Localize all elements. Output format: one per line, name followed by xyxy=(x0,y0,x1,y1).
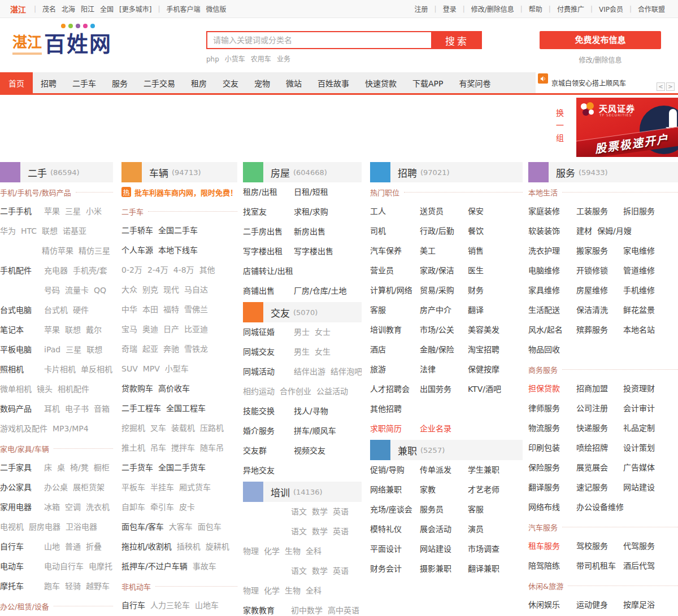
nav-item-服务[interactable]: 服务 xyxy=(104,72,136,93)
category-link[interactable]: 轻骑 xyxy=(65,582,81,591)
category-link[interactable]: 餐饮 xyxy=(468,226,484,235)
category-link[interactable]: 奥迪 xyxy=(142,325,158,334)
category-link[interactable]: 工人 xyxy=(370,207,386,216)
hot-notice[interactable]: 热批车利器车商内网，限时免费！ xyxy=(121,182,237,202)
category-link[interactable]: 厨房电器 xyxy=(29,522,60,531)
category-link[interactable]: 演员 xyxy=(468,525,484,534)
category-link[interactable]: 雪佛兰 xyxy=(184,305,208,314)
nav-item-快速贷款[interactable]: 快速贷款 xyxy=(357,72,405,93)
post-info-button[interactable]: 免费发布信息 xyxy=(540,31,661,49)
category-title[interactable]: 培训 xyxy=(271,485,290,499)
change-group-button[interactable]: 换一组 xyxy=(554,109,565,146)
category-link[interactable]: 陪驾陪练 xyxy=(528,561,560,570)
category-link[interactable]: 促销/导购 xyxy=(370,465,405,474)
category-link[interactable]: 三星 xyxy=(65,207,81,216)
category-link[interactable]: 展览展会 xyxy=(576,463,608,472)
category-link[interactable]: 自卸车 xyxy=(121,503,145,512)
category-link[interactable]: 速记服务 xyxy=(576,483,608,492)
securities-ad-banner[interactable]: 天风证券 TF SECURITIES 股票极速开户 xyxy=(576,98,678,157)
nav-item-招聘[interactable]: 招聘 xyxy=(33,72,64,93)
category-link[interactable]: 充电器 xyxy=(44,266,68,275)
category-link[interactable]: 房屋维修 xyxy=(576,286,608,295)
category-link[interactable]: 别克 xyxy=(142,285,158,294)
category-link[interactable]: 家用电器 xyxy=(0,503,32,512)
section-label[interactable]: 非机动车 xyxy=(121,581,151,592)
category-link[interactable]: 律师服务 xyxy=(528,404,560,413)
category-link[interactable]: 语文 xyxy=(291,566,307,575)
nav-item-下载APP[interactable]: 下载APP xyxy=(405,72,451,93)
category-link[interactable]: 小型车 xyxy=(165,364,189,373)
category-link[interactable]: 0-2万 xyxy=(121,265,142,274)
category-link[interactable]: 医生 xyxy=(468,266,484,275)
category-link[interactable]: 化学 xyxy=(264,547,280,556)
category-title[interactable]: 二手 xyxy=(28,165,47,180)
category-link[interactable]: 家教教育 xyxy=(243,606,275,615)
category-link[interactable]: 笔记本 xyxy=(0,325,24,334)
category-link[interactable]: 财务 xyxy=(468,286,484,295)
category-link[interactable]: 投资理财 xyxy=(623,384,655,393)
category-link[interactable]: 其他 xyxy=(199,265,215,274)
category-link[interactable]: 插秧机 xyxy=(177,542,201,551)
ticker-next-button[interactable]: > xyxy=(666,82,675,91)
category-link[interactable]: 数学 xyxy=(312,527,328,536)
category-link[interactable]: 生物 xyxy=(285,547,301,556)
category-link[interactable]: 合作创业 xyxy=(280,387,311,396)
category-link[interactable]: 驾校服务 xyxy=(576,541,608,551)
category-link[interactable]: 女士 xyxy=(315,327,331,337)
category-link[interactable]: 越野车 xyxy=(86,582,110,591)
category-link[interactable]: 保险服务 xyxy=(528,463,560,472)
category-link[interactable]: 租车服务 xyxy=(528,541,560,551)
nav-item-宠物[interactable]: 宠物 xyxy=(246,72,278,93)
category-link[interactable]: 卫浴电器 xyxy=(66,522,97,531)
category-title[interactable]: 车辆 xyxy=(149,165,168,180)
category-link[interactable]: 英语 xyxy=(333,566,349,575)
category-link[interactable]: 硬件 xyxy=(73,305,89,314)
category-link[interactable]: 床 xyxy=(44,463,52,472)
category-link[interactable]: 人才招聘会 xyxy=(370,385,410,394)
category-link[interactable]: 牵引车 xyxy=(150,503,174,512)
category-link[interactable]: 数学 xyxy=(312,566,328,575)
category-link[interactable]: 翻译 xyxy=(468,305,484,314)
category-link[interactable]: 开锁修锁 xyxy=(576,266,608,275)
category-link[interactable]: 男生 xyxy=(294,347,310,356)
category-link[interactable]: 平板电脑 xyxy=(0,345,32,354)
category-link[interactable]: 联想 xyxy=(65,325,81,334)
category-link[interactable]: 市场调查 xyxy=(468,544,499,553)
category-link[interactable]: 保洁清洗 xyxy=(576,305,608,314)
category-link[interactable]: 求租/求购 xyxy=(294,207,328,216)
category-link[interactable]: 美工 xyxy=(420,246,436,255)
category-link[interactable]: 学生兼职 xyxy=(468,465,499,474)
nav-item-交友[interactable]: 交友 xyxy=(215,72,246,93)
category-link[interactable]: 搅拌车 xyxy=(171,443,195,452)
category-link[interactable]: 大众 xyxy=(121,285,137,294)
category-link[interactable]: 广告媒体 xyxy=(623,463,655,472)
category-link[interactable]: 耳机 xyxy=(44,404,60,413)
category-link[interactable]: 福特 xyxy=(163,305,179,314)
category-link[interactable]: 工装服务 xyxy=(576,207,608,216)
section-label[interactable]: 汽车服务 xyxy=(528,522,558,532)
category-link[interactable]: 洗衣护理 xyxy=(528,246,560,255)
category-link[interactable]: 装载机 xyxy=(171,423,195,432)
account-link[interactable]: 修改/删除信息 xyxy=(471,4,514,14)
nav-item-租房[interactable]: 租房 xyxy=(183,72,215,93)
category-link[interactable]: 折叠 xyxy=(86,542,102,551)
category-title[interactable]: 招聘 xyxy=(398,165,417,180)
category-link[interactable]: 男士 xyxy=(294,327,310,337)
category-link[interactable]: 游戏机及配件 xyxy=(0,424,47,433)
section-label[interactable]: 家电/家具/车辆 xyxy=(0,443,49,454)
category-link[interactable]: 鲜花盆景 xyxy=(623,305,655,314)
mobile-link[interactable]: 手机客户端 xyxy=(167,4,201,14)
category-link[interactable]: 二手工程车 xyxy=(121,404,161,413)
category-link[interactable]: 客服 xyxy=(370,305,386,314)
category-link[interactable]: 大客车 xyxy=(169,522,193,531)
category-link[interactable]: 租房/出租 xyxy=(243,187,277,196)
category-link[interactable]: 办公设备维修 xyxy=(576,503,624,512)
site-logo[interactable]: 湛江 百姓网 xyxy=(12,30,112,55)
category-link[interactable]: 搬家服务 xyxy=(576,246,608,255)
category-link[interactable]: 语文 xyxy=(291,507,307,516)
category-link[interactable]: 公益活动 xyxy=(316,387,348,396)
account-link[interactable]: 注册 xyxy=(415,4,428,14)
category-link[interactable]: 计算机/网络 xyxy=(370,286,412,295)
category-link[interactable]: 小米 xyxy=(86,207,102,216)
category-link[interactable]: 台式电脑 xyxy=(0,305,32,314)
